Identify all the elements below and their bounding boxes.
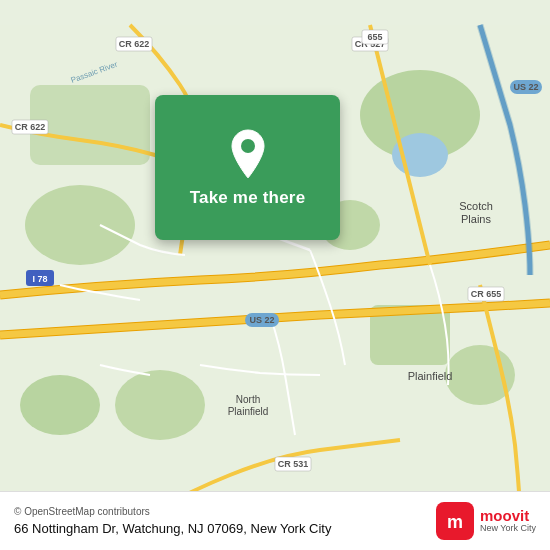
- svg-text:US 22: US 22: [513, 82, 538, 92]
- bottom-info: © OpenStreetMap contributors 66 Nottingh…: [14, 506, 331, 536]
- svg-text:Scotch: Scotch: [459, 200, 493, 212]
- svg-text:CR 622: CR 622: [119, 39, 150, 49]
- bottom-bar: © OpenStreetMap contributors 66 Nottingh…: [0, 491, 550, 550]
- svg-text:I 78: I 78: [32, 274, 47, 284]
- svg-text:CR 531: CR 531: [278, 459, 309, 469]
- moovit-logo: m moovit New York City: [436, 502, 536, 540]
- svg-text:Plains: Plains: [461, 213, 491, 225]
- svg-point-34: [241, 139, 255, 153]
- svg-text:CR 622: CR 622: [15, 122, 46, 132]
- moovit-icon: m: [436, 502, 474, 540]
- svg-text:m: m: [447, 512, 463, 532]
- map-container: CR 622 CR 622 CR 527 US 22 655 I 78 US 2…: [0, 0, 550, 550]
- address-text: 66 Nottingham Dr, Watchung, NJ 07069, Ne…: [14, 521, 331, 536]
- moovit-name: moovit New York City: [480, 508, 536, 534]
- svg-text:CR 655: CR 655: [471, 289, 502, 299]
- location-pin-icon: [226, 128, 270, 180]
- svg-text:North: North: [236, 394, 260, 405]
- svg-point-4: [20, 375, 100, 435]
- osm-attribution: © OpenStreetMap contributors: [14, 506, 331, 517]
- svg-point-2: [25, 185, 135, 265]
- svg-text:655: 655: [367, 32, 382, 42]
- take-me-there-card[interactable]: Take me there: [155, 95, 340, 240]
- svg-point-6: [445, 345, 515, 405]
- svg-text:Plainfield: Plainfield: [228, 406, 269, 417]
- svg-text:Plainfield: Plainfield: [408, 370, 453, 382]
- svg-text:US 22: US 22: [249, 315, 274, 325]
- moovit-subtitle: New York City: [480, 524, 536, 534]
- svg-point-3: [115, 370, 205, 440]
- moovit-word-label: moovit: [480, 508, 536, 525]
- take-me-there-label: Take me there: [190, 188, 306, 208]
